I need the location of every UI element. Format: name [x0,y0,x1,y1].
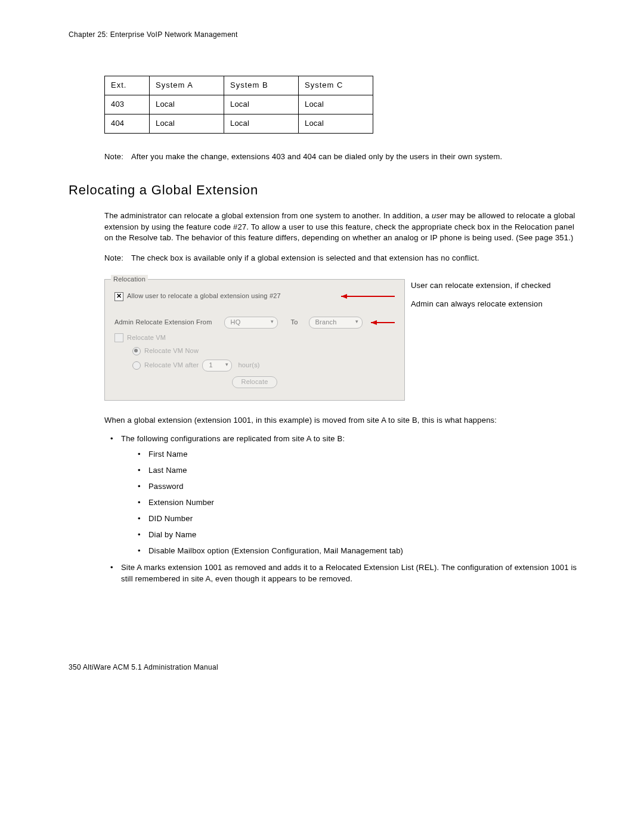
table-row: 403 Local Local Local [105,95,373,114]
svg-marker-3 [371,320,377,325]
note-label: Note: [104,151,131,163]
admin-relocate-label: Admin Relocate Extension From [114,318,212,327]
list-item: Password [138,481,578,493]
body-paragraph: When a global extension (extension 1001,… [104,415,578,426]
relocate-vm-after-value[interactable]: 1 [202,360,232,371]
note-label: Note: [104,253,131,264]
table-header-sys-b: System B [224,76,299,95]
bullet-list: The following configurations are replica… [110,433,578,585]
table-cell: Local [224,114,299,134]
to-system-dropdown[interactable]: Branch [309,317,363,329]
extension-system-table: Ext. System A System B System C 403 Loca… [104,76,373,134]
list-item: Dial by Name [138,529,578,541]
note-text: The check box is available only if a glo… [131,253,578,264]
bullet-sublist: First Name Last Name Password Extension … [138,449,578,556]
list-item: DID Number [138,513,578,525]
list-item: Last Name [138,465,578,476]
callout-arrow-icon [341,293,395,300]
list-item: Disable Mailbox option (Extension Config… [138,546,578,557]
table-header-ext: Ext. [105,76,150,95]
list-item: Extension Number [138,497,578,509]
list-text: The following configurations are replica… [121,434,345,443]
allow-user-checkbox[interactable]: ✕ [114,292,123,301]
relocate-button[interactable]: Relocate [232,376,277,388]
section-heading: Relocating a Global Extension [69,181,578,200]
body-paragraph: The administrator can relocate a global … [104,210,578,244]
note-block: Note: After you make the change, extensi… [104,151,578,163]
table-cell: Local [150,95,224,114]
list-item: First Name [138,449,578,460]
table-cell: Local [299,114,373,134]
table-cell: 404 [105,114,150,134]
table-cell: Local [299,95,373,114]
relocation-figure: Relocation ✕ Allow user to relocate a gl… [104,279,578,401]
list-item: The following configurations are replica… [110,433,578,557]
para-text: The administrator can relocate a global … [104,211,432,220]
figure-callouts: User can relocate extension, if checked … [405,279,578,401]
callout-arrow-icon [371,319,395,326]
note-block: Note: The check box is available only if… [104,253,578,264]
relocate-vm-label: Relocate VM [127,333,166,343]
from-system-dropdown[interactable]: HQ [224,317,278,329]
relocate-vm-after-radio[interactable] [132,361,141,370]
table-cell: Local [224,95,299,114]
chapter-header: Chapter 25: Enterprise VoIP Network Mana… [69,30,578,40]
allow-user-label: Allow user to relocate a global extensio… [127,292,281,301]
relocate-vm-checkbox[interactable] [114,333,123,342]
table-row: 404 Local Local Local [105,114,373,134]
list-item: Site A marks extension 1001 as removed a… [110,562,578,585]
para-emphasis: user [432,211,447,220]
relocate-vm-after-label: Relocate VM after [144,361,199,370]
svg-marker-1 [341,294,347,299]
groupbox-label: Relocation [111,275,148,284]
relocation-panel: Relocation ✕ Allow user to relocate a gl… [104,279,405,401]
table-header-sys-a: System A [150,76,224,95]
relocate-vm-now-label: Relocate VM Now [144,346,199,356]
relocate-vm-now-radio[interactable] [132,347,141,355]
to-label: To [291,318,298,327]
callout-text: Admin can always relocate extension [411,299,578,310]
table-cell: Local [150,114,224,134]
note-text: After you make the change, extensions 40… [131,151,578,163]
relocate-vm-after-unit: hour(s) [238,361,259,370]
callout-text: User can relocate extension, if checked [411,280,578,292]
table-header-sys-c: System C [299,76,373,95]
table-cell: 403 [105,95,150,114]
